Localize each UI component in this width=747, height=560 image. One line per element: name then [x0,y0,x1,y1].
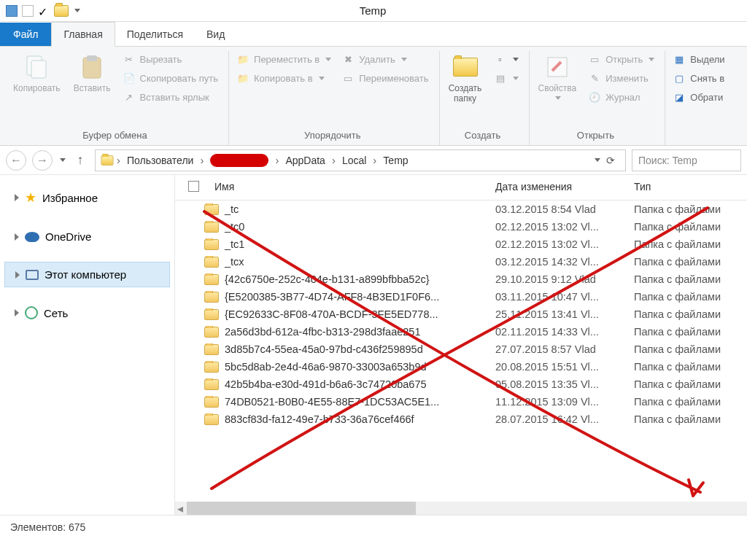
crumb-local[interactable]: Local [338,155,371,166]
expand-icon[interactable] [15,233,19,241]
table-row[interactable]: _tc002.12.2015 13:02 Vl...Папка с файлам… [175,218,747,236]
table-row[interactable]: {42c6750e-252c-404e-b131-a899bfbba52c}29… [175,271,747,288]
folder-icon [204,362,219,373]
table-row[interactable]: _tc03.12.2015 8:54 VladПапка с файлами [175,201,747,218]
back-button[interactable]: ← [6,150,26,171]
table-row[interactable]: 5bc5d8ab-2e4d-46a6-9870-33003a653b9d20.0… [175,358,747,376]
breadcrumb[interactable]: Пользователи AppData Local Temp ⟳ [95,149,626,171]
folder-icon [204,222,219,233]
star-icon: ★ [25,190,36,206]
crumb-redacted[interactable] [206,154,273,167]
refresh-button[interactable]: ⟳ [600,155,621,166]
home-tab[interactable]: Главная [51,22,115,47]
select-none-button[interactable]: ▢ Снять в [670,70,727,86]
breadcrumb-dropdown-icon[interactable] [595,158,600,162]
sidebar-item-onedrive[interactable]: OneDrive [4,225,170,249]
column-date[interactable]: Дата изменения [495,181,634,194]
history-button[interactable]: 🕘 Журнал [585,89,657,105]
crumb-appdata[interactable]: AppData [281,155,329,166]
file-name: 2a56d3bd-612a-4fbc-b313-298d3faae251 [225,326,420,338]
file-name: 74DB0521-B0B0-4E55-88E7-1DC53AC5E1... [225,396,439,408]
file-type: Папка с файлами [634,343,747,355]
sidebar-item-favorites[interactable]: ★ Избранное [4,184,170,211]
new-item-icon: ▫ [494,52,507,66]
history-icon: 🕘 [588,90,601,104]
qat-icon[interactable] [22,5,34,17]
table-row[interactable]: 2a56d3bd-612a-4fbc-b313-298d3faae25102.1… [175,323,747,341]
column-type[interactable]: Тип [634,181,747,194]
file-type: Папка с файлами [634,308,747,320]
properties-icon [544,54,570,80]
search-input[interactable]: Поиск: Temp [632,149,741,171]
file-date: 03.11.2015 10:47 Vl... [495,291,634,303]
table-row[interactable]: 74DB0521-B0B0-4E55-88E7-1DC53AC5E1...11.… [175,393,747,411]
open-button[interactable]: ▭ Открыть [585,51,657,67]
qat-dropdown-icon[interactable] [74,9,80,12]
edit-button[interactable]: ✎ Изменить [585,70,657,86]
select-none-icon: ▢ [673,71,686,85]
invert-selection-button[interactable]: ◪ Обрати [670,89,727,105]
navigation-sidebar: ★ Избранное OneDrive Этот компьютер Сеть [0,175,175,515]
crumb-users[interactable]: Пользователи [123,155,198,166]
delete-icon: ✖ [341,52,355,66]
quick-access-toolbar: ✓ [0,5,86,17]
ribbon-group-organize: 📁 Переместить в 📁 Копировать в ✖ Удалить [229,51,439,145]
table-row[interactable]: {E5200385-3B77-4D74-AFF8-4B3ED1F0F6...03… [175,288,747,306]
qat-properties-icon[interactable]: ✓ [38,5,50,17]
crumb-temp[interactable]: Temp [379,155,412,166]
rename-button[interactable]: ▭ Переименовать [338,70,431,86]
copy-button[interactable]: Копировать [9,51,65,96]
file-date: 05.08.2015 13:35 Vl... [495,378,634,390]
item-count-value: 675 [69,521,85,533]
file-type: Папка с файлами [634,221,747,233]
horizontal-scrollbar[interactable]: ◂ [175,502,747,515]
chevron-down-icon [319,77,325,80]
move-icon: 📁 [236,52,249,66]
open-icon: ▭ [588,52,601,66]
expand-icon[interactable] [15,271,20,279]
expand-icon[interactable] [15,194,19,201]
column-name[interactable]: Имя [212,181,495,194]
copy-path-button[interactable]: 📄 Скопировать путь [120,70,222,86]
item-count-label: Элементов: [10,521,66,533]
forward-button[interactable]: → [32,150,53,171]
new-item-button[interactable]: ▫ [491,51,522,67]
table-row[interactable]: 42b5b4ba-e30d-491d-b6a6-3c74720ba67505.0… [175,376,747,393]
sidebar-item-network[interactable]: Сеть [4,300,170,325]
select-all-checkbox[interactable] [175,181,212,194]
group-label-open: Открыть [534,127,658,145]
select-all-button[interactable]: ▦ Выдели [670,51,727,67]
chevron-down-icon [401,58,407,61]
easy-access-button[interactable]: ▤ [491,70,522,86]
edit-icon: ✎ [588,71,601,85]
expand-icon[interactable] [15,309,19,316]
folder-icon [204,397,219,408]
properties-button[interactable]: Свойства [534,51,581,103]
history-dropdown-icon[interactable] [60,158,66,162]
file-date: 20.08.2015 15:51 Vl... [495,361,634,373]
table-row[interactable]: 3d85b7c4-55ea-45a0-97bd-c436f259895d27.0… [175,341,747,358]
file-tab[interactable]: Файл [0,23,51,46]
copy-to-button[interactable]: 📁 Копировать в [233,70,334,86]
paste-button[interactable]: Вставить [69,51,115,96]
window-title: Temp [86,4,659,17]
pc-icon [26,270,39,280]
delete-button[interactable]: ✖ Удалить [338,51,431,67]
svg-rect-3 [87,55,97,61]
redacted-segment [210,154,268,167]
chevron-down-icon [555,96,561,100]
main-area: ★ Избранное OneDrive Этот компьютер Сеть… [0,175,747,515]
sidebar-item-this-pc[interactable]: Этот компьютер [4,262,170,287]
move-to-button[interactable]: 📁 Переместить в [233,51,334,67]
table-row[interactable]: _tcx03.12.2015 14:32 Vl...Папка с файлам… [175,253,747,271]
share-tab[interactable]: Поделиться [115,23,195,46]
table-row[interactable]: _tc102.12.2015 13:02 Vl...Папка с файлам… [175,236,747,253]
table-row[interactable]: 883cf83d-fa12-49e7-b733-36a76cef466f28.0… [175,411,747,428]
paste-shortcut-button[interactable]: ↗ Вставить ярлык [120,89,222,105]
table-row[interactable]: {EC92633C-8F08-470A-BCDF-3FE5ED778...25.… [175,306,747,323]
up-button[interactable]: ↑ [71,152,89,169]
file-name: _tc1 [225,238,244,250]
cut-button[interactable]: ✂ Вырезать [120,51,222,67]
view-tab[interactable]: Вид [195,23,236,46]
new-folder-button[interactable]: Создать папку [444,51,487,107]
